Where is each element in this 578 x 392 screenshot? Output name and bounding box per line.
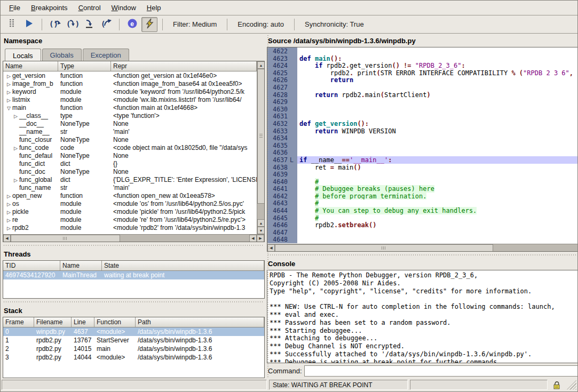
namespace-row[interactable]: __name__str'main' xyxy=(3,127,257,135)
line-number-gutter[interactable]: 4648 xyxy=(267,236,297,243)
tab-locals[interactable]: Locals xyxy=(5,49,41,61)
line-number-gutter[interactable]: 4642 xyxy=(267,193,297,200)
encoding-button[interactable]: e xyxy=(124,17,140,32)
expander-collapsed-icon[interactable]: ▷ xyxy=(5,194,12,199)
expander-collapsed-icon[interactable]: ▷ xyxy=(5,210,12,215)
line-number-gutter[interactable]: 4632 xyxy=(267,120,297,127)
splitter-handle[interactable] xyxy=(3,299,265,305)
expander-collapsed-icon[interactable]: ▷ xyxy=(5,90,12,95)
scroll-down-icon[interactable]: ▼ xyxy=(257,227,264,234)
line-number-gutter[interactable]: 4623 xyxy=(267,55,297,62)
line-number-gutter[interactable]: 4633 xyxy=(267,127,297,135)
column-header-filename[interactable]: Filename xyxy=(34,317,72,327)
line-number-gutter[interactable]: 4639 xyxy=(267,171,297,178)
namespace-row[interactable]: ▷get_versionfunction<function get_versio… xyxy=(3,71,257,79)
line-number-gutter[interactable]: 4641 xyxy=(267,185,297,193)
scroll-left-icon[interactable]: ◀ xyxy=(3,235,11,242)
namespace-row[interactable]: __doc__NoneTypeNone xyxy=(3,119,257,127)
tab-exception[interactable]: Exception xyxy=(83,49,129,61)
stack-frame-row[interactable]: 3rpdb2.py14044<module>/data/sys/bin/winp… xyxy=(3,353,264,362)
scrollbar-thumb[interactable] xyxy=(275,244,493,252)
namespace-vertical-scrollbar[interactable]: ▲ ▲ ▼ xyxy=(257,61,264,234)
column-header-path[interactable]: Path xyxy=(136,317,264,327)
return-button[interactable] xyxy=(81,17,97,32)
menu-window[interactable]: Window xyxy=(106,2,141,14)
column-header-type[interactable]: Type xyxy=(58,61,111,71)
line-number-gutter[interactable]: 4647 xyxy=(267,229,297,236)
namespace-row[interactable]: ▷__class__type<type 'function'> xyxy=(3,111,257,119)
column-header-name[interactable]: Name xyxy=(3,61,58,71)
command-input[interactable] xyxy=(304,365,578,377)
namespace-row[interactable]: ▷osmodule<module 'os' from '/usr/lib64/p… xyxy=(3,199,257,207)
menu-breakpoints[interactable]: Breakpoints xyxy=(26,2,73,14)
expander-collapsed-icon[interactable]: ▷ xyxy=(12,178,19,183)
line-number-gutter[interactable]: 4634 xyxy=(267,134,297,142)
namespace-row[interactable]: ▷listmixmodule<module 'wx.lib.mixins.lis… xyxy=(3,95,257,103)
namespace-row[interactable]: ▷open_newfunction<function open_new at 0… xyxy=(3,191,257,199)
column-header-repr[interactable]: Repr xyxy=(111,61,257,71)
menu-help[interactable]: Help xyxy=(141,2,167,14)
expander-collapsed-icon[interactable]: ▷ xyxy=(5,74,12,79)
namespace-row[interactable]: func_defaulNoneTypeNone xyxy=(3,151,257,159)
column-header-line[interactable]: Line xyxy=(72,317,94,327)
next-button[interactable]: () xyxy=(47,17,63,32)
column-header-frame[interactable]: Frame xyxy=(3,317,34,327)
thread-row[interactable]: 46974534127920MainThreadwaiting at break… xyxy=(3,271,264,279)
scroll-left-icon[interactable]: ◀ xyxy=(267,244,275,252)
namespace-row[interactable]: ▷keywordmodule<module 'keyword' from '/u… xyxy=(3,87,257,95)
column-header-function[interactable]: Function xyxy=(94,317,136,327)
namespace-horizontal-scrollbar[interactable]: ◀ ◀ ▶ xyxy=(3,234,264,242)
line-number-gutter[interactable]: 4637L xyxy=(267,156,297,164)
namespace-row[interactable]: func_docNoneTypeNone xyxy=(3,167,257,175)
line-number-gutter[interactable]: 4635 xyxy=(267,142,297,149)
line-number-gutter[interactable]: 4644 xyxy=(267,207,297,214)
stack-frame-row[interactable]: 0winpdb.py4637<module>/data/sys/bin/winp… xyxy=(3,327,264,336)
namespace-row[interactable]: func_closurNoneTypeNone xyxy=(3,135,257,143)
namespace-row[interactable]: ▷rpdb2module<module 'rpdb2' from '/data/… xyxy=(3,223,257,231)
namespace-row[interactable]: ▷func_globaldict{'DLG_EXPR_TITLE': 'Ente… xyxy=(3,175,257,183)
stack-frame-row[interactable]: 2rpdb2.py14015main/data/sys/bin/winpdb-1… xyxy=(3,345,264,353)
scroll-up-icon[interactable]: ▲ xyxy=(257,61,264,69)
go-button[interactable] xyxy=(21,17,37,32)
line-number-gutter[interactable]: 4628 xyxy=(267,91,297,99)
expander-collapsed-icon[interactable]: ▷ xyxy=(12,114,19,119)
break-button[interactable] xyxy=(4,17,20,32)
scrollbar-thumb[interactable] xyxy=(11,235,120,242)
expander-collapsed-icon[interactable]: ▷ xyxy=(5,202,12,207)
line-number-gutter[interactable]: 4627 xyxy=(267,84,297,91)
line-number-gutter[interactable]: 4630 xyxy=(267,106,297,113)
menu-file[interactable]: File xyxy=(4,2,26,14)
stack-frame-row[interactable]: 1rpdb2.py13767StartServer/data/sys/bin/w… xyxy=(3,336,264,345)
line-number-gutter[interactable]: 4629 xyxy=(267,98,297,106)
line-number-gutter[interactable]: 4626 xyxy=(267,76,297,84)
scroll-up-icon[interactable]: ▲ xyxy=(257,219,264,227)
tab-globals[interactable]: Globals xyxy=(42,49,82,61)
line-number-gutter[interactable]: 4643 xyxy=(267,199,297,207)
namespace-row[interactable]: func_dictdict{} xyxy=(3,159,257,167)
expander-collapsed-icon[interactable]: ▷ xyxy=(5,82,12,87)
namespace-row[interactable]: func_namestr'main' xyxy=(3,183,257,191)
source-horizontal-scrollbar[interactable]: ◀ ◀ ▶ xyxy=(267,244,578,251)
goto-button[interactable]: ( xyxy=(98,17,114,32)
scroll-right-icon[interactable]: ▶ xyxy=(257,235,264,242)
column-header-tid[interactable]: TID xyxy=(3,261,60,270)
expander-collapsed-icon[interactable]: ▷ xyxy=(12,146,19,151)
step-into-button[interactable]: ( ) xyxy=(64,17,80,32)
line-number-gutter[interactable]: 4636 xyxy=(267,149,297,156)
namespace-row[interactable]: ▽mainfunction<function main at 0x1ef4668… xyxy=(3,103,257,111)
expander-expanded-icon[interactable]: ▽ xyxy=(5,106,12,111)
namespace-row[interactable]: ▷remodule<module 're' from '/usr/lib64/p… xyxy=(3,215,257,223)
splitter-handle[interactable] xyxy=(3,242,265,249)
resize-grip[interactable] xyxy=(567,380,576,390)
line-number-gutter[interactable]: 4640 xyxy=(267,178,297,186)
synchronicity-button[interactable] xyxy=(141,17,157,32)
splitter-handle[interactable] xyxy=(267,252,578,258)
line-number-gutter[interactable]: 4625 xyxy=(267,69,297,77)
expander-collapsed-icon[interactable]: ▷ xyxy=(5,226,12,231)
line-number-gutter[interactable]: 4622 xyxy=(267,47,297,55)
expander-collapsed-icon[interactable]: ▷ xyxy=(5,218,12,223)
line-number-gutter[interactable]: 4645 xyxy=(267,214,297,222)
scrollbar-thumb[interactable] xyxy=(257,69,264,204)
line-number-gutter[interactable]: 4631 xyxy=(267,113,297,120)
column-header-name[interactable]: Name xyxy=(60,261,102,270)
